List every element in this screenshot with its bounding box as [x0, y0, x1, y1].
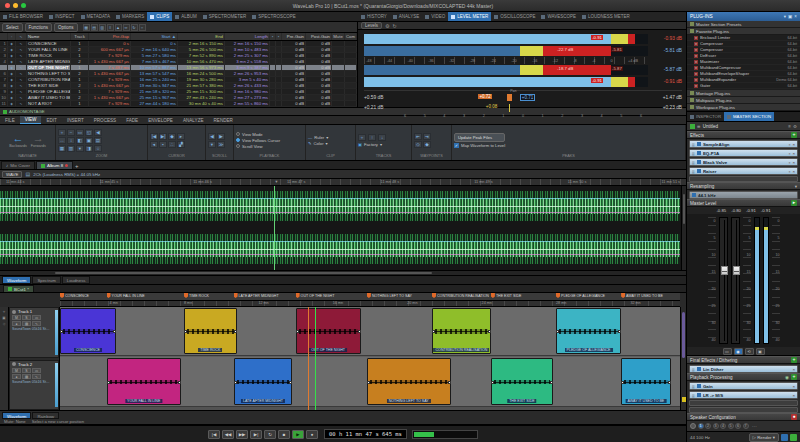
gear-icon[interactable]: ⚙ [793, 124, 797, 129]
waveform-display[interactable] [0, 186, 686, 270]
ribbon-tab[interactable]: VIEW [20, 116, 42, 124]
gear-icon[interactable]: ⚙ [385, 23, 389, 29]
drag-handle-icon[interactable]: ⣿ [692, 160, 695, 165]
speaker-button[interactable]: ◉ [734, 348, 743, 355]
effects-section-header[interactable]: Effects + [687, 131, 800, 139]
clip-right-handle[interactable] [234, 330, 237, 333]
clip-left-handle[interactable] [491, 381, 494, 384]
tool-tab[interactable]: METADATA [78, 12, 114, 21]
zoom-h-icon[interactable]: ↔ [58, 137, 66, 144]
zoom-1-1-icon[interactable]: ◧ [76, 137, 84, 144]
wave-tab-button[interactable]: WAVE [2, 171, 22, 178]
pan-marker[interactable] [507, 94, 512, 101]
reset-icon[interactable]: ↻ [393, 23, 397, 29]
clip-left-handle[interactable] [296, 330, 299, 333]
clip-left-handle[interactable] [432, 330, 435, 333]
effect-slot[interactable]: ⣿ Black Valve ▫ × [689, 158, 798, 166]
transport-button[interactable]: ▶▶ [236, 430, 248, 439]
envelope-line[interactable] [0, 198, 680, 199]
tool-tab[interactable]: CLIPS [147, 12, 172, 21]
transport-button[interactable]: ■ [278, 430, 290, 439]
transport-button[interactable]: ▶ [292, 430, 304, 439]
fader-cap[interactable] [733, 266, 740, 275]
montage-clip[interactable]: OUT OF THE NIGHT [296, 308, 361, 354]
tool-tab[interactable]: FILE BROWSER [0, 12, 46, 21]
update-peak-files-button[interactable]: Update Peak Files [454, 133, 505, 142]
view-mode-option[interactable]: View Mode [236, 132, 280, 137]
time-display[interactable]: 00 h 11 mn 47 s 645 ms [324, 429, 407, 439]
playback-slot[interactable]: ⣿ Gain × [689, 382, 798, 390]
cursor-marker-icon[interactable]: ◆ [168, 133, 176, 140]
scroll-right-icon[interactable]: ▶ [217, 133, 225, 140]
meter-tab[interactable]: WAVESCOPE [538, 12, 579, 21]
doc-tab-mix-cover[interactable]: ♪ Mix Cover [1, 161, 35, 169]
marker-flag-icon[interactable]: ▼ [274, 179, 278, 185]
zoom-v-icon[interactable]: ↕ [67, 137, 75, 144]
doc-tab-album[interactable]: Album 8 [36, 161, 73, 169]
master-tab[interactable]: INSPECTOR [687, 112, 724, 121]
navigate-back-button[interactable]: ← [13, 133, 24, 144]
marker-bar[interactable]: CONSCIENCE YOUR FALL IN LINE TIME ROCK L… [60, 293, 680, 301]
cursor-grid-icon[interactable]: ▞ [177, 141, 185, 148]
tool-tab[interactable]: SPECTROSCOPE [249, 12, 299, 21]
clip-marker[interactable]: CONSCIENCE [60, 293, 89, 298]
track-record-icon[interactable] [12, 362, 16, 366]
bypass-icon[interactable]: ▫ [789, 169, 791, 174]
view-follows-cursor-option[interactable]: View Follows Cursor [236, 138, 280, 143]
effect-slot[interactable]: ⣿ SampleAlign ▫ × [689, 140, 798, 148]
waypoint-prev-icon[interactable]: ⇤ [414, 133, 422, 140]
effect-slot[interactable]: ⣿ EQ-P1A ▫ × [689, 149, 798, 157]
navigate-forward-button[interactable]: → [33, 133, 44, 144]
fader-cap[interactable] [721, 266, 728, 275]
cursor-start-icon[interactable]: |◀ [150, 133, 158, 140]
color-dropdown[interactable]: ✎Color▾ [308, 141, 328, 146]
clip-left-handle[interactable] [621, 381, 624, 384]
zoom-cursor-icon[interactable]: ▾ [76, 145, 84, 152]
zoom-selection-icon[interactable]: ▭ [76, 129, 84, 136]
zoom-fit-icon[interactable]: ◱ [85, 129, 93, 136]
master-level-header[interactable]: Master Level ▸ [687, 199, 800, 207]
zoom-track-icon[interactable]: ▤ [94, 137, 102, 144]
speaker-config-button[interactable]: 2 [705, 423, 711, 429]
sliders-icon[interactable]: ≣ [697, 124, 701, 129]
clip-right-handle[interactable] [358, 330, 361, 333]
scroll-end-icon[interactable]: ≫ [217, 141, 225, 148]
drag-handle-icon[interactable]: ⣿ [692, 367, 695, 372]
speaker-config-header[interactable]: Speaker Configuration ● [687, 413, 800, 421]
speaker-config-button[interactable]: 4 [720, 423, 726, 429]
montage-file-tab[interactable]: BCut1 * [3, 285, 34, 292]
speaker-config-button[interactable]: 6 [735, 423, 741, 429]
loop-marker-line[interactable] [308, 307, 309, 410]
montage-view-tab[interactable]: Rainbow [32, 412, 59, 419]
collapse-icon[interactable]: ▾ [795, 184, 797, 189]
wave-view-tab[interactable]: Loudness [62, 276, 91, 284]
window-controls[interactable] [5, 3, 26, 8]
ribbon-tab[interactable]: FILE [0, 116, 20, 124]
ribbon-tab[interactable]: ANALYZE [178, 116, 209, 124]
remove-icon[interactable]: × [792, 384, 795, 389]
tool-tab[interactable]: INSPECT [46, 12, 78, 21]
category-favorites[interactable]: Favorite Plug-ins [687, 28, 800, 35]
transport-button[interactable]: |◀ [208, 430, 220, 439]
meter-tab[interactable]: LOUDNESS METER [579, 12, 633, 21]
factory-dropdown[interactable]: ▣Factory▾ [358, 142, 386, 147]
waypoint-add-icon[interactable]: ◇ [414, 141, 422, 148]
wave-view-tab[interactable]: Spectrum [32, 276, 60, 284]
final-effects-header[interactable]: Final Effects / Dithering + [687, 356, 800, 364]
clip-left-handle[interactable] [60, 330, 63, 333]
meter-tab[interactable]: LEVEL METER [448, 12, 491, 21]
wave-horizontal-scrollbar[interactable] [0, 270, 686, 275]
track-add-icon[interactable]: ＋ [358, 134, 366, 141]
edit-cursor[interactable] [274, 186, 275, 270]
select-button[interactable]: Select [2, 23, 23, 32]
playback-processing-header[interactable]: Playback Processing ◉ + [687, 373, 800, 381]
clip-right-handle[interactable] [113, 330, 116, 333]
pan-envelope-line[interactable] [0, 212, 680, 213]
ribbon-tab[interactable]: ENVELOPE [143, 116, 178, 124]
monitor-toggle-icon[interactable] [781, 434, 788, 441]
volume-knob[interactable] [690, 423, 696, 429]
zoom-prev-icon[interactable]: ◀ [94, 129, 102, 136]
transport-button[interactable]: ▶| [250, 430, 262, 439]
lock-button[interactable]: ▣ [756, 348, 765, 355]
preset-name[interactable]: Untitled [703, 124, 787, 129]
